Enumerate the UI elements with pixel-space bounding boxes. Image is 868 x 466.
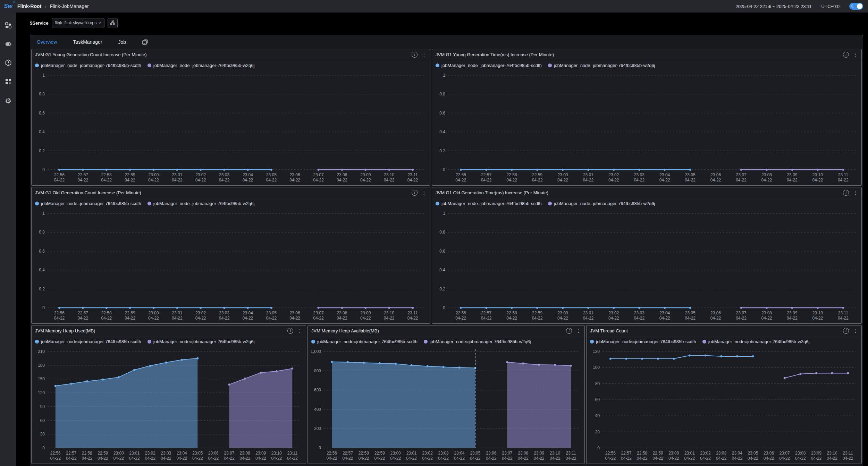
area-chart[interactable]: 02004006008001,00022:5604-2222:5704-2222… [308,347,584,464]
info-icon[interactable]: i [843,328,849,334]
info-icon[interactable]: i [412,52,418,58]
line-chart[interactable]: 02040608010012022:5604-2222:5704-2222:58… [587,347,861,464]
breadcrumb: Flink-Root › Flink-JobManager [17,3,89,9]
svg-text:04-22: 04-22 [608,316,619,321]
svg-text:1: 1 [42,211,45,216]
svg-text:0.8: 0.8 [439,230,445,235]
tab-job[interactable]: Job [118,39,126,45]
more-menu-icon[interactable]: ⋮ [576,329,581,332]
top-header: Sw❜ Flink-Root › Flink-JobManager 2025-0… [0,0,868,12]
breadcrumb-root[interactable]: Flink-Root [17,3,41,9]
legend-item[interactable]: jobManager_node=jobmanager-764fbc985b-w2… [424,339,531,344]
more-menu-icon[interactable]: ⋮ [422,53,427,56]
svg-text:23:02: 23:02 [422,451,433,456]
svg-text:04-22: 04-22 [195,178,206,183]
svg-text:04-22: 04-22 [243,316,253,321]
svg-text:150: 150 [38,376,45,381]
svg-text:04-22: 04-22 [337,316,347,321]
svg-text:04-22: 04-22 [360,178,371,183]
service-select[interactable]: flink::flink.skywalking-showc... ∨ [52,18,104,28]
legend-item[interactable]: jobManager_node=jobmanager-764fbc985b-w2… [148,339,255,344]
svg-text:23:08: 23:08 [337,311,347,315]
chart-panel: JVM Thread Count i ⋮ jobManager_node=job… [586,325,862,464]
legend-item[interactable]: jobManager_node=jobmanager-764fbc985b-sc… [436,201,542,206]
svg-text:04-22: 04-22 [327,456,337,461]
svg-text:04-22: 04-22 [518,456,529,461]
service-toolbar: $Service flink::flink.skywalking-showc..… [16,12,868,33]
legend-item[interactable]: jobManager_node=jobmanager-764fbc985b-sc… [35,339,141,344]
info-icon[interactable]: i [566,328,572,334]
svg-text:04-22: 04-22 [454,456,465,461]
sidebar-item-infrastructure[interactable] [0,35,16,54]
svg-text:23:00: 23:00 [557,311,568,315]
copy-dashboard-icon[interactable] [142,39,148,45]
legend-item[interactable]: jobManager_node=jobmanager-764fbc985b-sc… [35,63,141,68]
svg-text:23:07: 23:07 [224,451,234,456]
theme-toggle[interactable]: ☾ [849,3,863,10]
svg-text:60: 60 [595,397,600,402]
svg-text:22:58: 22:58 [101,172,112,177]
legend-item[interactable]: jobManager_node=jobmanager-764fbc985b-sc… [311,339,418,344]
tab-taskmanager[interactable]: TaskManager [73,39,102,45]
svg-text:04-22: 04-22 [358,456,369,461]
svg-text:23:01: 23:01 [583,311,593,315]
sidebar-item-alerting[interactable] [0,54,16,73]
legend-item[interactable]: jobManager_node=jobmanager-764fbc985b-w2… [702,339,810,344]
legend-item[interactable]: jobManager_node=jobmanager-764fbc985b-sc… [436,63,542,68]
more-menu-icon[interactable]: ⋮ [297,329,302,332]
legend-item[interactable]: jobManager_node=jobmanager-764fbc985b-sc… [35,201,141,206]
sidebar-item-dashboards[interactable] [0,73,16,92]
svg-text:23:03: 23:03 [716,451,726,456]
legend-item[interactable]: jobManager_node=jobmanager-764fbc985b-w2… [148,201,255,206]
legend-label: jobManager_node=jobmanager-764fbc985b-w2… [153,201,255,206]
svg-text:23:08: 23:08 [240,451,250,456]
info-icon[interactable]: i [412,190,418,196]
sidebar-item-settings[interactable]: ⚙ [0,92,16,110]
time-range[interactable]: 2025-04-22 22:56 ~ 2025-04-22 23:11 [735,4,811,9]
line-chart[interactable]: 00.20.40.60.8122:5604-2222:5704-2222:580… [432,209,861,324]
topology-button[interactable] [108,18,118,28]
legend-item[interactable]: jobManager_node=jobmanager-764fbc985b-w2… [548,63,655,68]
area-chart[interactable]: 030609012015018021022:5604-2222:5704-222… [32,347,306,464]
legend-item[interactable]: jobManager_node=jobmanager-764fbc985b-w2… [148,63,255,68]
svg-text:0: 0 [42,305,45,310]
svg-text:23:06: 23:06 [208,451,219,456]
svg-text:04-22: 04-22 [710,316,721,321]
svg-text:1: 1 [42,73,45,78]
sidebar-item-services[interactable] [0,17,16,35]
tab-overview[interactable]: Overview [37,39,57,45]
info-icon[interactable]: i [843,190,849,196]
svg-text:23:01: 23:01 [172,172,182,177]
line-chart[interactable]: 00.20.40.60.8122:5604-2222:5704-2222:580… [432,70,861,186]
line-chart[interactable]: 00.20.40.60.8122:5604-2222:5704-2222:580… [32,70,430,186]
skywalking-logo[interactable]: Sw❜ [0,3,16,10]
timezone[interactable]: UTC+0:0 [821,4,840,9]
legend-label: jobManager_node=jobmanager-764fbc985b-sc… [441,201,542,206]
svg-text:23:09: 23:09 [811,451,821,456]
line-chart[interactable]: 00.20.40.60.8122:5604-2222:5704-2222:580… [32,209,430,324]
more-menu-icon[interactable]: ⋮ [853,53,858,56]
legend-item[interactable]: jobManager_node=jobmanager-764fbc985b-sc… [590,339,696,344]
info-icon[interactable]: i [287,328,293,334]
svg-text:04-22: 04-22 [172,316,183,321]
svg-text:23:10: 23:10 [384,172,394,177]
svg-text:22:56: 22:56 [605,451,616,456]
svg-text:22:59: 22:59 [125,172,135,177]
svg-text:1,000: 1,000 [311,349,321,354]
svg-text:04-22: 04-22 [700,456,711,461]
more-menu-icon[interactable]: ⋮ [853,191,858,194]
chart-panel: JVM G1 Young Generation Count Increase (… [31,49,430,186]
svg-text:23:04: 23:04 [732,451,742,456]
chart-panel: JVM G1 Old Generation Time(ms) Increase … [432,187,862,324]
more-menu-icon[interactable]: ⋮ [853,329,858,332]
more-menu-icon[interactable]: ⋮ [422,191,427,194]
svg-text:23:05: 23:05 [748,451,758,456]
svg-text:04-22: 04-22 [787,178,798,183]
chart-title: JVM G1 Old Generation Time(ms) Increase … [436,190,548,195]
svg-text:0.6: 0.6 [39,111,45,116]
info-icon[interactable]: i [843,52,849,58]
svg-text:0: 0 [42,446,45,450]
svg-text:04-22: 04-22 [659,178,670,183]
svg-text:04-22: 04-22 [313,316,324,321]
legend-item[interactable]: jobManager_node=jobmanager-764fbc985b-w2… [548,201,655,206]
